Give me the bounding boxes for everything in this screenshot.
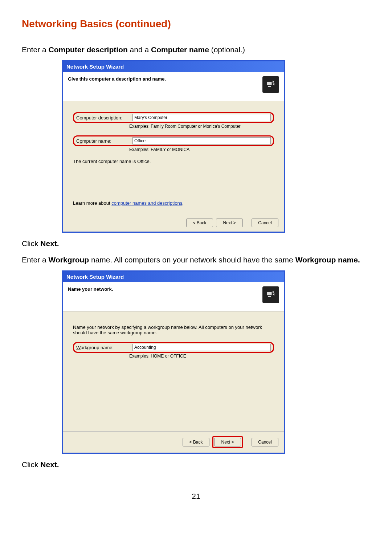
workgroup-example: Examples: HOME or OFFICE xyxy=(129,354,274,359)
text: Click xyxy=(22,239,40,248)
highlight-computer-name: Computer name: xyxy=(73,135,274,146)
highlight-computer-description: Computer description: xyxy=(73,112,274,123)
wizard-intro-text: Name your network by specifying a workgr… xyxy=(73,325,274,335)
workgroup-name-input[interactable] xyxy=(132,344,271,351)
highlight-next-button: Next > xyxy=(212,436,243,448)
instruction-1: Enter a Computer description and a Compu… xyxy=(22,44,370,55)
wizard-heading: Give this computer a description and nam… xyxy=(68,76,166,82)
cancel-button[interactable]: Cancel xyxy=(252,438,278,446)
text: and a xyxy=(128,45,151,54)
wizard-footer: < Back Next > Cancel xyxy=(63,431,284,453)
bold-text: Next. xyxy=(40,239,59,248)
network-setup-icon xyxy=(262,76,279,93)
wizard-header: Give this computer a description and nam… xyxy=(63,72,284,101)
current-computer-name: The current computer name is Office. xyxy=(73,159,274,164)
wizard-1: Network Setup Wizard Give this computer … xyxy=(62,60,285,233)
computer-description-label: Computer description: xyxy=(76,115,132,121)
learn-more-row: Learn more about computer names and desc… xyxy=(73,200,184,206)
workgroup-name-label: Workgroup name: xyxy=(76,345,132,350)
text: name. All computers on your network shou… xyxy=(89,256,295,264)
text: . xyxy=(182,200,184,206)
wizard-2: Network Setup Wizard Name your network. … xyxy=(62,270,285,454)
bold-text: Next. xyxy=(40,460,59,469)
wizard-heading: Name your network. xyxy=(68,286,113,292)
computer-description-example: Examples: Family Room Computer or Monica… xyxy=(129,124,274,129)
instruction-3: Enter a Workgroup name. All computers on… xyxy=(22,254,370,265)
wizard-body: Computer description: Examples: Family R… xyxy=(63,101,284,214)
text: Enter a xyxy=(22,256,49,264)
page-title: Networking Basics (continued) xyxy=(22,18,370,30)
network-setup-icon xyxy=(262,286,279,303)
cancel-button[interactable]: Cancel xyxy=(252,219,278,227)
wizard-body: Name your network by specifying a workgr… xyxy=(63,311,284,431)
instruction-4: Click Next. xyxy=(22,459,370,470)
next-button[interactable]: Next > xyxy=(216,219,243,227)
back-button[interactable]: < Back xyxy=(186,219,213,227)
wizard-titlebar: Network Setup Wizard xyxy=(63,61,284,72)
computer-name-label: Computer name: xyxy=(76,138,132,144)
back-button[interactable]: < Back xyxy=(183,438,209,446)
wizard-titlebar: Network Setup Wizard xyxy=(63,272,284,282)
instruction-2: Click Next. xyxy=(22,238,370,249)
wizard-header: Name your network. xyxy=(63,282,284,311)
page-number: 21 xyxy=(22,492,370,501)
computer-name-input[interactable] xyxy=(132,137,271,144)
learn-more-link[interactable]: computer names and descriptions xyxy=(111,200,182,206)
highlight-workgroup-name: Workgroup name: xyxy=(73,342,274,353)
wizard-footer: < Back Next > Cancel xyxy=(63,214,284,232)
bold-text: Computer description xyxy=(49,45,128,54)
text: Learn more about xyxy=(73,200,111,206)
next-button[interactable]: Next > xyxy=(214,438,241,446)
text: Click xyxy=(22,460,40,469)
bold-text: Workgroup name. xyxy=(295,256,360,264)
computer-description-input[interactable] xyxy=(132,114,271,121)
text: Enter a xyxy=(22,45,49,54)
computer-name-example: Examples: FAMILY or MONICA xyxy=(129,147,274,152)
text: (optional.) xyxy=(209,45,245,54)
bold-text: Computer name xyxy=(151,45,209,54)
bold-text: Workgroup xyxy=(49,256,89,264)
